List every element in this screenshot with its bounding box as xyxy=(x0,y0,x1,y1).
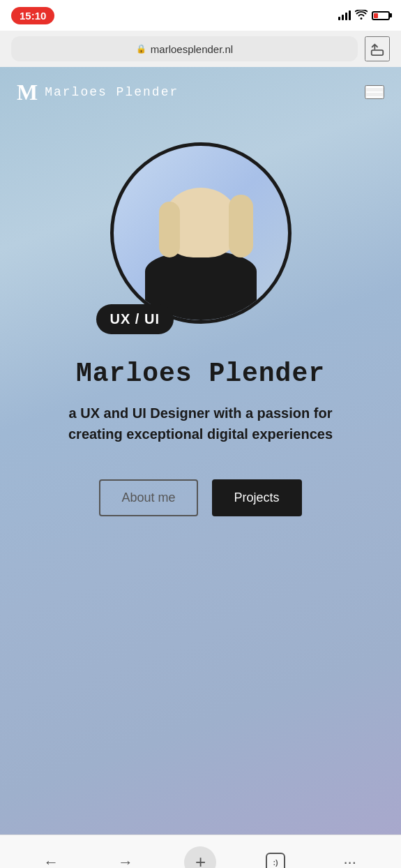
avatar-circle xyxy=(110,142,292,324)
more-icon: ··· xyxy=(344,853,356,869)
share-icon xyxy=(370,41,385,57)
share-button[interactable] xyxy=(365,36,390,61)
website-content: M Marloes Plender xyxy=(0,67,401,835)
hero-description: a UX and UI Designer with a passion for … xyxy=(61,403,340,444)
url-text: marloesplender.nl xyxy=(151,43,233,55)
cta-buttons: About me Projects xyxy=(99,479,301,516)
about-me-button[interactable]: About me xyxy=(99,479,197,516)
site-nav: M Marloes Plender xyxy=(0,67,401,114)
person-figure xyxy=(131,160,271,320)
avatar-wrapper: UX / UI xyxy=(110,142,292,324)
hamburger-line-3 xyxy=(366,96,383,98)
person-hair-right xyxy=(229,195,253,257)
logo-name: Marloes Plender xyxy=(45,85,179,99)
hamburger-button[interactable] xyxy=(365,85,384,99)
lock-icon: 🔒 xyxy=(136,44,146,54)
signal-bars-icon xyxy=(338,10,351,20)
tab-icon: :) xyxy=(266,853,285,869)
person-hair xyxy=(162,188,239,257)
back-icon: ← xyxy=(43,853,59,869)
browser-bar: 🔒 marloesplender.nl xyxy=(0,31,401,67)
status-icons xyxy=(338,10,390,22)
hero-section: UX / UI Marloes Plender a UX and UI Desi… xyxy=(0,114,401,558)
more-button[interactable]: ··· xyxy=(335,847,365,869)
bottom-bar-area: ← → + :) ··· xyxy=(0,835,401,868)
forward-button[interactable]: → xyxy=(110,847,141,869)
svg-rect-0 xyxy=(372,50,384,55)
projects-button[interactable]: Projects xyxy=(212,479,302,516)
bottom-nav: ← → + :) ··· xyxy=(0,835,401,868)
person-head xyxy=(173,195,229,257)
forward-icon: → xyxy=(118,853,133,869)
back-button[interactable]: ← xyxy=(36,847,66,869)
hamburger-line-1 xyxy=(366,87,383,88)
battery-icon xyxy=(372,11,390,20)
status-time: 15:10 xyxy=(11,7,54,24)
ux-badge: UX / UI xyxy=(96,304,174,334)
url-bar[interactable]: 🔒 marloesplender.nl xyxy=(11,36,358,61)
new-tab-button[interactable]: + xyxy=(184,846,216,869)
status-bar: 15:10 xyxy=(0,0,401,31)
nav-logo: M Marloes Plender xyxy=(17,81,179,103)
plus-icon: + xyxy=(195,851,206,868)
tabs-button[interactable]: :) xyxy=(260,847,291,869)
hero-name: Marloes Plender xyxy=(76,359,325,389)
logo-letter: M xyxy=(17,81,38,103)
wifi-icon xyxy=(355,10,368,22)
hamburger-line-2 xyxy=(366,91,383,93)
